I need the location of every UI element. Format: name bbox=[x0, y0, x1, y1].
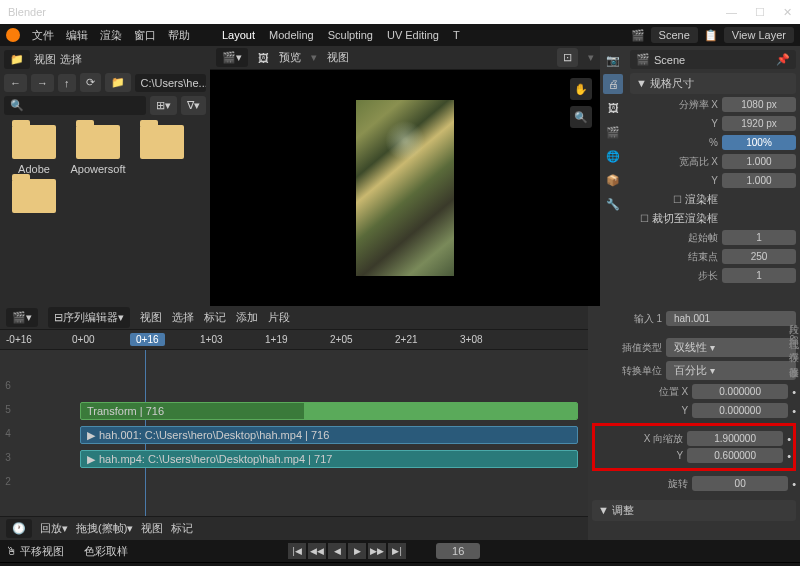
seq-view[interactable]: 视图 bbox=[140, 310, 162, 325]
footer-view[interactable]: 视图 bbox=[141, 521, 163, 536]
scaley-field[interactable]: 0.600000 bbox=[687, 448, 783, 463]
tab-modeling[interactable]: Modeling bbox=[269, 29, 314, 41]
viewlayer-dropdown[interactable]: View Layer bbox=[724, 27, 794, 43]
keyframe-next-button[interactable]: ▶▶ bbox=[368, 543, 386, 559]
play-button[interactable]: ▶ bbox=[348, 543, 366, 559]
resx-field[interactable]: 1080 px bbox=[722, 97, 796, 112]
menu-help[interactable]: 帮助 bbox=[168, 28, 190, 43]
unit-field[interactable]: 百分比 ▾ bbox=[666, 361, 796, 380]
path-field[interactable]: C:\Users\he... bbox=[135, 74, 207, 92]
menu-edit[interactable]: 编辑 bbox=[66, 28, 88, 43]
pin-icon[interactable]: 📌 bbox=[776, 53, 790, 66]
seq-select[interactable]: 选择 bbox=[172, 310, 194, 325]
tab-world-icon[interactable]: 🌐 bbox=[603, 146, 623, 166]
posy-field[interactable]: 0.000000 bbox=[692, 403, 788, 418]
rot-field[interactable]: 00 bbox=[692, 476, 788, 491]
footer-mark[interactable]: 标记 bbox=[171, 521, 193, 536]
crop-check[interactable]: ☐ 裁切至渲染框 bbox=[630, 211, 718, 226]
seq-strip[interactable]: 片段 bbox=[268, 310, 290, 325]
preview-view[interactable]: 视图 bbox=[327, 50, 349, 65]
nav-back-button[interactable]: ← bbox=[4, 74, 27, 92]
tab-object-icon[interactable]: 📦 bbox=[603, 170, 623, 190]
strip-transform[interactable]: Transform | 716 bbox=[80, 402, 578, 420]
folder-item[interactable]: Apowersoft bbox=[68, 125, 128, 175]
close-button[interactable]: ✕ bbox=[783, 6, 792, 19]
jump-start-button[interactable]: |◀ bbox=[288, 543, 306, 559]
keyframe-dot[interactable]: • bbox=[792, 405, 796, 417]
adjust-panel[interactable]: ▼ 调整 bbox=[592, 500, 796, 521]
nav-forward-button[interactable]: → bbox=[31, 74, 54, 92]
seq-add[interactable]: 添加 bbox=[236, 310, 258, 325]
tab-proxy[interactable]: 代理 & 缓存 bbox=[786, 328, 800, 348]
folder-item[interactable] bbox=[132, 125, 192, 175]
minimize-button[interactable]: — bbox=[726, 6, 737, 19]
step-field[interactable]: 1 bbox=[722, 268, 796, 283]
editor-type-icon[interactable]: 🎬▾ bbox=[216, 48, 248, 67]
tab-modifier[interactable]: 修改器 bbox=[786, 356, 800, 364]
tab-sculpting[interactable]: Sculpting bbox=[328, 29, 373, 41]
folder-item[interactable]: Adobe bbox=[4, 125, 64, 175]
timeline-icon[interactable]: 🕐 bbox=[6, 519, 32, 538]
keyframe-dot[interactable]: • bbox=[792, 386, 796, 398]
keyframe-dot[interactable]: • bbox=[787, 450, 791, 462]
seq-mark[interactable]: 标记 bbox=[204, 310, 226, 325]
tab-render-icon[interactable]: 📷 bbox=[603, 50, 623, 70]
nav-refresh-button[interactable]: ⟳ bbox=[80, 73, 101, 92]
tab-viewlayer-icon[interactable]: 🖼 bbox=[603, 98, 623, 118]
search-input[interactable]: 🔍 bbox=[4, 96, 146, 115]
fb-view[interactable]: 视图 bbox=[34, 52, 56, 67]
menu-file[interactable]: 文件 bbox=[32, 28, 54, 43]
menu-window[interactable]: 窗口 bbox=[134, 28, 156, 43]
seq-mode[interactable]: ⊟ 序列编辑器 ▾ bbox=[48, 307, 130, 328]
zoom-tool-icon[interactable]: 🔍 bbox=[570, 106, 592, 128]
posx-field[interactable]: 0.000000 bbox=[692, 384, 788, 399]
tab-layout[interactable]: Layout bbox=[222, 29, 255, 41]
play-reverse-button[interactable]: ◀ bbox=[328, 543, 346, 559]
renderbox-check[interactable]: ☐ 渲染框 bbox=[630, 192, 718, 207]
pct-field[interactable]: 100% bbox=[722, 135, 796, 150]
tab-uvediting[interactable]: UV Editing bbox=[387, 29, 439, 41]
menu-render[interactable]: 渲染 bbox=[100, 28, 122, 43]
tab-strip[interactable]: 片段 bbox=[786, 312, 800, 320]
start-field[interactable]: 1 bbox=[722, 230, 796, 245]
resy-field[interactable]: 1920 px bbox=[722, 116, 796, 131]
filter-button[interactable]: ∇▾ bbox=[181, 96, 206, 115]
strip-movie-2[interactable]: ▶hah.mp4: C:\Users\hero\Desktop\hah.mp4 … bbox=[80, 450, 578, 468]
keyframe-dot[interactable]: • bbox=[787, 433, 791, 445]
tab-wrench-icon[interactable]: 🔧 bbox=[603, 194, 623, 214]
tab-more[interactable]: T bbox=[453, 29, 460, 41]
editor-type-icon[interactable]: 🎬▾ bbox=[6, 308, 38, 327]
tab-output-icon[interactable]: 🖨 bbox=[603, 74, 623, 94]
input-field[interactable]: hah.001 bbox=[666, 311, 796, 326]
viewport[interactable]: ✋ 🔍 bbox=[210, 70, 600, 306]
fb-select[interactable]: 选择 bbox=[60, 52, 82, 67]
preview-mode-icon[interactable]: 🖼 bbox=[258, 52, 269, 64]
display-mode-button[interactable]: ⊞▾ bbox=[150, 96, 177, 115]
scalex-field[interactable]: 1.900000 bbox=[687, 431, 783, 446]
editor-type-icon[interactable]: 📁 bbox=[4, 50, 30, 69]
end-field[interactable]: 250 bbox=[722, 249, 796, 264]
drag-menu[interactable]: 拖拽(擦帧)▾ bbox=[76, 521, 133, 536]
aspectx-field[interactable]: 1.000 bbox=[722, 154, 796, 169]
time-ruler[interactable]: -0+16 0+00 0+16 1+03 1+19 2+05 2+21 3+08 bbox=[0, 330, 588, 350]
tab-scene-icon[interactable]: 🎬 bbox=[603, 122, 623, 142]
keyframe-prev-button[interactable]: ◀◀ bbox=[308, 543, 326, 559]
aspecty-field[interactable]: 1.000 bbox=[722, 173, 796, 188]
maximize-button[interactable]: ☐ bbox=[755, 6, 765, 19]
scene-header[interactable]: 🎬 Scene 📌 bbox=[630, 50, 796, 69]
folder-icon[interactable]: 📁 bbox=[105, 73, 131, 92]
interp-field[interactable]: 双线性 ▾ bbox=[666, 338, 796, 357]
overlay-button[interactable]: ⊡ bbox=[557, 48, 578, 67]
pan-tool-icon[interactable]: ✋ bbox=[570, 78, 592, 100]
jump-end-button[interactable]: ▶| bbox=[388, 543, 406, 559]
track-area[interactable]: 6 5 4 3 2 Transform | 716 ▶hah.001: C:\U… bbox=[0, 350, 588, 516]
keyframe-dot[interactable]: • bbox=[792, 478, 796, 490]
scene-dropdown[interactable]: Scene bbox=[651, 27, 698, 43]
folder-item[interactable] bbox=[4, 179, 64, 213]
strip-movie-1[interactable]: ▶hah.001: C:\Users\hero\Desktop\hah.mp4 … bbox=[80, 426, 578, 444]
preview-mode[interactable]: 预览 bbox=[279, 50, 301, 65]
playback-menu[interactable]: 回放▾ bbox=[40, 521, 68, 536]
panel-dimensions[interactable]: ▼ 规格尺寸 bbox=[630, 73, 796, 94]
frame-field[interactable]: 16 bbox=[436, 543, 480, 559]
nav-up-button[interactable]: ↑ bbox=[58, 74, 76, 92]
